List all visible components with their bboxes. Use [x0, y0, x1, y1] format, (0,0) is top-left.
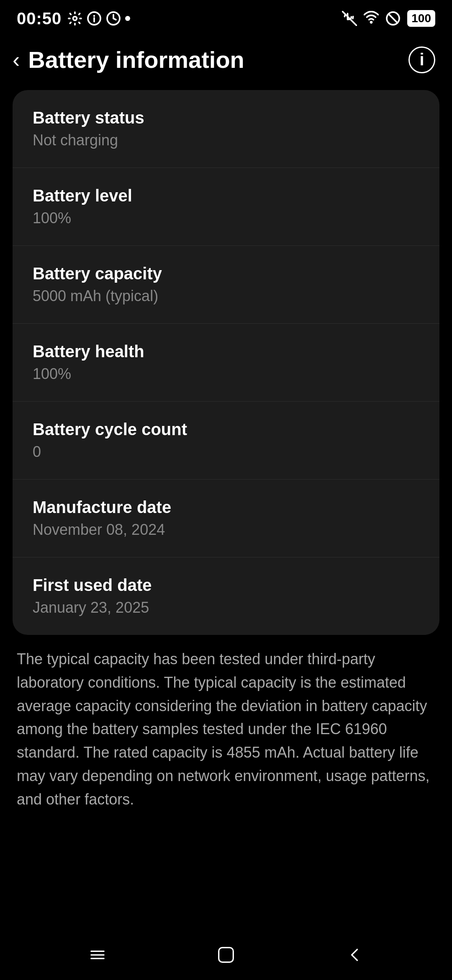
block-icon: [385, 11, 401, 26]
manufacture-date-value: November 08, 2024: [33, 521, 419, 539]
page-title: Battery information: [28, 46, 244, 73]
battery-info-card: Battery status Not charging Battery leve…: [13, 90, 439, 635]
disclaimer-section: The typical capacity has been tested und…: [13, 647, 439, 811]
header-left: ‹ Battery information: [13, 46, 244, 73]
battery-status-item: Battery status Not charging: [13, 90, 439, 168]
battery-percent: 100: [411, 12, 431, 25]
battery-health-value: 100%: [33, 365, 419, 383]
status-bar-right: 100: [342, 10, 435, 27]
battery-status-label: Battery status: [33, 108, 419, 127]
svg-point-0: [73, 17, 77, 21]
manufacture-date-item: Manufacture date November 08, 2024: [13, 480, 439, 557]
battery-level-item: Battery level 100%: [13, 168, 439, 246]
status-icons-left: [67, 11, 130, 26]
gear-icon: [67, 11, 82, 26]
svg-point-6: [371, 22, 372, 23]
mute-icon: [342, 11, 357, 26]
battery-level-value: 100%: [33, 209, 419, 227]
recent-apps-button[interactable]: [87, 944, 108, 966]
clock-icon: [106, 11, 121, 26]
header: ‹ Battery information i: [0, 34, 452, 86]
status-bar-left: 00:50: [17, 9, 130, 28]
home-icon: [215, 944, 237, 966]
battery-capacity-label: Battery capacity: [33, 264, 419, 283]
notification-dot: [125, 16, 130, 21]
wifi-icon: [364, 11, 379, 26]
svg-line-5: [343, 12, 357, 26]
battery-cycle-label: Battery cycle count: [33, 420, 419, 439]
battery-level-label: Battery level: [33, 186, 419, 205]
navigation-bar: [0, 930, 452, 980]
first-used-date-value: January 23, 2025: [33, 599, 419, 616]
battery-capacity-item: Battery capacity 5000 mAh (typical): [13, 246, 439, 324]
back-button[interactable]: ‹: [13, 49, 20, 71]
battery-capacity-value: 5000 mAh (typical): [33, 287, 419, 305]
info-status-icon: [87, 11, 102, 26]
status-bar: 00:50: [0, 0, 452, 34]
manufacture-date-label: Manufacture date: [33, 498, 419, 517]
battery-health-label: Battery health: [33, 342, 419, 361]
svg-line-8: [389, 14, 398, 23]
first-used-date-label: First used date: [33, 576, 419, 595]
battery-health-item: Battery health 100%: [13, 324, 439, 402]
disclaimer-text: The typical capacity has been tested und…: [17, 647, 435, 811]
info-circle-button[interactable]: i: [408, 46, 435, 73]
back-nav-button[interactable]: [344, 944, 365, 966]
first-used-date-item: First used date January 23, 2025: [13, 557, 439, 635]
battery-indicator: 100: [407, 10, 435, 27]
home-button[interactable]: [215, 944, 237, 966]
status-time: 00:50: [17, 9, 62, 28]
battery-cycle-item: Battery cycle count 0: [13, 402, 439, 480]
recent-apps-icon: [87, 944, 108, 966]
battery-cycle-value: 0: [33, 443, 419, 461]
info-button-label: i: [419, 50, 424, 69]
svg-rect-12: [219, 948, 234, 962]
battery-status-value: Not charging: [33, 132, 419, 149]
back-nav-icon: [344, 944, 365, 966]
